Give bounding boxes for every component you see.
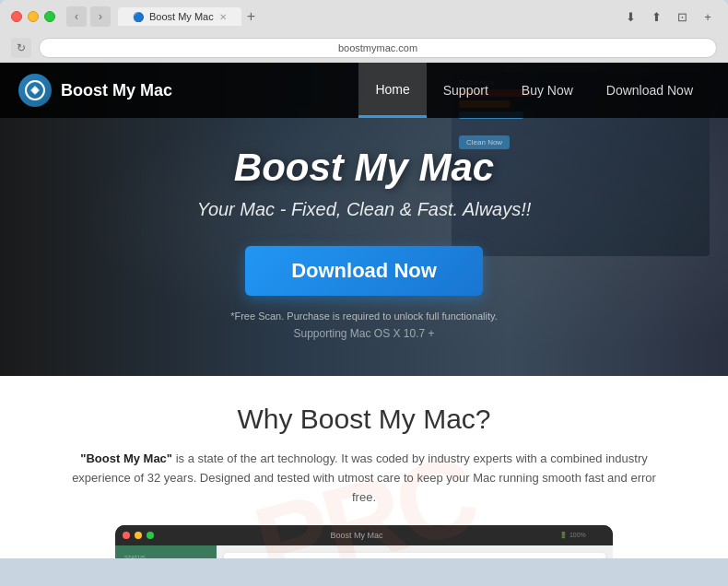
page-content: Rogue Apps Clean Now Boost My [0,63,728,558]
brand-logo [18,74,52,107]
mac-close-dot [123,532,130,539]
hero-subtitle: Your Mac - Fixed, Clean & Fast. Always!! [197,199,532,220]
svg-point-1 [32,88,38,93]
fullscreen-icon[interactable]: ⊡ [673,7,691,26]
nav-download-label: Download Now [606,83,693,98]
nav-support[interactable]: Support [427,63,505,118]
close-button[interactable] [11,11,22,22]
tab-favicon: 🔵 [133,12,144,22]
sidebar-section-status: Status [119,551,213,558]
nav-arrows: ‹ › [66,6,111,27]
toolbar-icons: ⬇ ⬆ ⊡ + [621,7,717,26]
mac-app-title: Boost My Mac [159,531,555,540]
nav-buy[interactable]: Buy Now [505,63,590,118]
mac-preview: Boost My Mac 🔋 100% Status Cleaners One … [115,525,613,558]
tab-close-icon[interactable]: ✕ [219,12,227,22]
nav-download[interactable]: Download Now [590,63,710,118]
forward-button[interactable]: › [90,6,111,27]
tab-title: Boost My Mac [149,11,214,22]
nav-home[interactable]: Home [358,63,426,118]
maximize-button[interactable] [44,11,55,22]
mac-minimize-dot [135,532,142,539]
mac-maximize-dot [147,532,154,539]
nav-home-label: Home [375,82,409,97]
section-title: Why Boost My Mac? [37,404,691,435]
back-button[interactable]: ‹ [66,6,87,27]
share-icon[interactable]: ⬆ [647,7,665,26]
add-tab-icon[interactable]: + [699,7,717,26]
tab-bar: 🔵 Boost My Mac ✕ + [118,3,621,30]
hero-section: Rogue Apps Clean Now Boost My [0,63,728,376]
nav-support-label: Support [443,83,488,98]
address-bar[interactable]: boostmymac.com [39,38,717,58]
titlebar: ‹ › 🔵 Boost My Mac ✕ + ⬇ ⬆ ⊡ + [0,0,728,33]
traffic-lights [11,11,55,22]
browser-window: ‹ › 🔵 Boost My Mac ✕ + ⬇ ⬆ ⊡ + ↻ boostmy… [0,0,728,63]
minimize-button[interactable] [28,11,39,22]
address-bar-row: ↻ boostmymac.com [0,33,728,63]
hero-note: *Free Scan. Purchase is required to unlo… [230,311,498,322]
hero-title: Boost My Mac [234,146,494,190]
url-text: boostmymac.com [338,42,417,53]
navbar-nav: Home Support Buy Now Download Now [358,63,710,118]
download-icon[interactable]: ⬇ [621,7,640,26]
hero-content: Boost My Mac Your Mac - Fixed, Clean & F… [0,127,728,358]
mac-topbar: Boost My Mac 🔋 100% [115,525,613,545]
hero-support: Supporting Mac OS X 10.7 + [293,327,434,340]
brand: Boost My Mac [18,74,358,107]
navbar: Boost My Mac Home Support Buy Now Downlo… [0,63,728,118]
mac-content: Status Cleaners One Touch Cleaner 660.5 … [115,545,613,558]
brand-name: Boost My Mac [61,81,172,100]
nav-buy-label: Buy Now [522,83,573,98]
bold-brand: "Boost My Mac" [80,451,172,465]
logo-icon [25,80,45,100]
why-section: PRC Why Boost My Mac? "Boost My Mac" is … [0,376,728,558]
active-tab[interactable]: 🔵 Boost My Mac ✕ [118,7,241,26]
reload-button[interactable]: ↻ [11,38,31,58]
section-desc: "Boost My Mac" is a state of the art tec… [60,450,668,507]
new-tab-button[interactable]: + [247,8,255,25]
mac-main: ! Attention! 1643 issues found Recoverab… [217,545,613,558]
download-now-button[interactable]: Download Now [245,246,483,296]
mac-alert: ! Attention! 1643 issues found Recoverab… [224,553,605,558]
mac-sidebar: Status Cleaners One Touch Cleaner 660.5 … [115,545,217,558]
